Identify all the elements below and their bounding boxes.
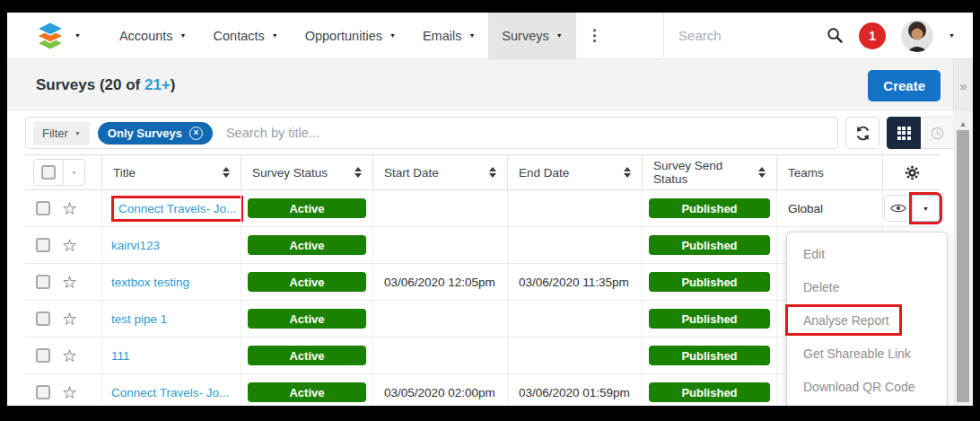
nav-item-opportunities[interactable]: Opportunities ▼ xyxy=(292,13,409,58)
column-header-survey-send-status[interactable]: Survey Send Status xyxy=(642,155,776,189)
nav-item-emails[interactable]: Emails ▼ xyxy=(409,13,488,58)
row-actions-dropdown-menu: Edit Delete Analyse Report Get Shareable… xyxy=(786,232,948,406)
sort-icon xyxy=(489,167,496,178)
survey-title-link[interactable]: Connect Travels- Jo... xyxy=(111,386,229,399)
end-date-cell xyxy=(507,227,642,263)
survey-title-link[interactable]: textbox testing xyxy=(111,276,189,289)
nav-overflow-icon[interactable]: ⋮ xyxy=(576,13,613,58)
scrollbar-thumb[interactable] xyxy=(957,130,969,402)
scrollbar-up-arrow[interactable]: ▲ xyxy=(953,111,973,128)
nav-item-accounts[interactable]: Accounts ▼ xyxy=(106,13,200,58)
refresh-button[interactable] xyxy=(845,117,879,149)
nav-item-contacts[interactable]: Contacts ▼ xyxy=(200,13,292,58)
menu-item-analyse-report[interactable]: Analyse Report xyxy=(787,303,947,337)
search-icon[interactable] xyxy=(827,27,844,44)
select-all-caret-icon[interactable]: ▼ xyxy=(63,160,84,185)
status-badge: Active xyxy=(248,198,366,218)
favorite-star-icon[interactable]: ☆ xyxy=(62,347,77,364)
end-date-cell: 03/06/2020 01:59pm xyxy=(507,374,642,406)
menu-item-get-shareable-link[interactable]: Get Shareable Link xyxy=(787,337,947,370)
page-title: Surveys (20 of 21+) xyxy=(36,76,175,94)
end-date-cell xyxy=(507,301,642,337)
survey-title-link[interactable]: Connect Travels- Jo... xyxy=(118,202,236,215)
sort-icon xyxy=(758,167,766,178)
column-header-survey-status[interactable]: Survey Status xyxy=(241,155,372,189)
send-status-badge: Published xyxy=(649,272,770,292)
sort-icon xyxy=(223,167,230,178)
menu-item-edit[interactable]: Edit xyxy=(787,237,947,270)
send-status-badge: Published xyxy=(649,198,770,218)
row-checkbox[interactable] xyxy=(36,311,50,326)
user-menu-caret-icon[interactable]: ▼ xyxy=(949,32,955,39)
status-badge: Active xyxy=(248,346,366,365)
annotation-box: Connect Travels- Jo... xyxy=(111,196,243,222)
chevron-down-icon: ▼ xyxy=(180,32,187,39)
start-date-cell xyxy=(372,227,507,263)
start-date-cell: 03/05/2020 02:00pm xyxy=(372,374,507,406)
end-date-cell: 03/06/2020 11:35pm xyxy=(507,264,642,300)
column-header-start-date[interactable]: Start Date xyxy=(372,155,507,189)
row-checkbox[interactable] xyxy=(36,385,50,399)
row-checkbox[interactable] xyxy=(36,238,50,252)
survey-title-link[interactable]: 111 xyxy=(111,349,130,363)
column-header-teams[interactable]: Teams xyxy=(776,155,882,189)
status-badge: Active xyxy=(248,235,366,255)
page-header: Surveys (20 of 21+) Create xyxy=(7,59,953,111)
right-rail: » ▲ xyxy=(953,59,973,406)
refresh-icon xyxy=(855,126,871,141)
favorite-star-icon[interactable]: ☆ xyxy=(62,200,77,217)
send-status-badge: Published xyxy=(649,382,770,402)
send-status-badge: Published xyxy=(649,235,770,255)
global-search-input[interactable] xyxy=(678,28,811,43)
survey-title-link[interactable]: test pipe 1 xyxy=(111,312,167,326)
favorite-star-icon[interactable]: ☆ xyxy=(62,274,77,291)
chevron-down-icon: ▼ xyxy=(272,32,278,39)
title-search-input[interactable] xyxy=(221,126,830,140)
menu-item-download-qr-code[interactable]: Download QR Code xyxy=(787,370,947,403)
start-date-cell xyxy=(372,190,507,226)
table-row: ☆ Connect Travels- Jo... Active Publishe… xyxy=(25,190,941,227)
nav-item-surveys[interactable]: Surveys ▼ xyxy=(488,13,575,58)
nav-item-label: Contacts xyxy=(214,29,265,43)
nav-item-label: Opportunities xyxy=(305,29,382,43)
chevron-down-icon: ▼ xyxy=(556,32,563,39)
notification-badge[interactable]: 1 xyxy=(859,22,886,49)
survey-title-link[interactable]: kairvi123 xyxy=(111,239,160,252)
nav-item-label: Emails xyxy=(423,29,462,43)
column-header-title[interactable]: Title xyxy=(101,155,241,189)
row-checkbox[interactable] xyxy=(36,348,50,363)
create-button[interactable]: Create xyxy=(868,70,941,101)
filter-button[interactable]: Filter ▼ xyxy=(33,121,90,145)
row-checkbox[interactable] xyxy=(36,201,50,215)
select-all-checkbox[interactable] xyxy=(41,165,56,180)
filter-search-box: Filter ▼ Only Surveys × xyxy=(25,117,838,149)
start-date-cell xyxy=(372,301,507,337)
send-status-badge: Published xyxy=(649,346,770,365)
end-date-cell xyxy=(507,338,642,373)
history-view-button[interactable] xyxy=(921,117,955,149)
column-header-end-date[interactable]: End Date xyxy=(507,155,642,189)
user-avatar[interactable] xyxy=(901,20,933,52)
active-filter-chip[interactable]: Only Surveys × xyxy=(98,122,213,145)
collapse-panel-chevrons-icon[interactable]: » xyxy=(953,59,973,111)
screenshot-frame: ▼ Accounts ▼ Contacts ▼ Opportunities ▼ … xyxy=(0,0,980,421)
favorite-star-icon[interactable]: ☆ xyxy=(62,311,77,328)
app-logo[interactable]: ▼ xyxy=(7,13,106,58)
record-count-link[interactable]: 21+ xyxy=(144,76,171,93)
preview-eye-button[interactable] xyxy=(884,195,912,222)
gear-icon[interactable] xyxy=(905,165,920,180)
table-header: ▼ Title Survey Status Start Date End Dat… xyxy=(25,154,941,190)
status-badge: Active xyxy=(248,382,366,402)
end-date-cell xyxy=(507,190,642,226)
nav-item-label: Surveys xyxy=(502,29,548,43)
chevron-down-icon: ▼ xyxy=(74,32,81,39)
column-header-settings xyxy=(882,155,941,189)
row-actions-caret-button[interactable]: ▼ xyxy=(912,195,940,222)
teams-cell: Global xyxy=(776,190,882,226)
remove-filter-icon[interactable]: × xyxy=(189,127,203,140)
favorite-star-icon[interactable]: ☆ xyxy=(62,384,77,401)
menu-item-delete[interactable]: Delete xyxy=(787,270,947,303)
favorite-star-icon[interactable]: ☆ xyxy=(62,237,77,254)
row-checkbox[interactable] xyxy=(36,275,50,289)
grid-view-button[interactable] xyxy=(887,117,921,149)
